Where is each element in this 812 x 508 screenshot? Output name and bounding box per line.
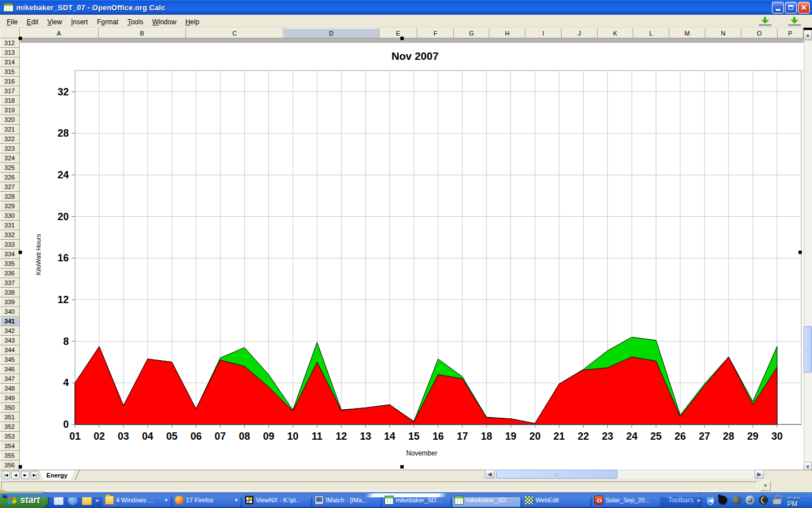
select-all-corner[interactable]	[0, 28, 20, 38]
row-header-345[interactable]: 345	[0, 355, 20, 365]
minimize-button[interactable]	[772, 2, 784, 14]
row-header-354[interactable]: 354	[0, 441, 20, 451]
scroll-up-button[interactable]: ▲	[804, 30, 812, 40]
row-header-353[interactable]: 353	[0, 432, 20, 441]
vertical-scroll-track[interactable]	[804, 40, 812, 462]
row-header-322[interactable]: 322	[0, 134, 20, 144]
row-header-341[interactable]: 341	[0, 317, 20, 326]
camera-icon[interactable]	[745, 496, 754, 505]
lock-icon[interactable]	[773, 498, 782, 505]
column-header-L[interactable]: L	[633, 28, 669, 38]
row-header-329[interactable]: 329	[0, 202, 20, 211]
column-header-I[interactable]: I	[526, 28, 562, 38]
row-header-335[interactable]: 335	[0, 259, 20, 269]
row-header-316[interactable]: 316	[0, 77, 20, 86]
column-header-A[interactable]: A	[20, 28, 99, 38]
row-header-343[interactable]: 343	[0, 336, 20, 345]
vertical-scroll-thumb[interactable]: ≡	[804, 326, 812, 373]
chart-handle-bottom-left[interactable]	[19, 465, 22, 468]
row-header-318[interactable]: 318	[0, 96, 20, 106]
restore-button[interactable]	[785, 2, 797, 14]
column-header-E[interactable]: E	[379, 28, 417, 38]
chart-handle-top-center[interactable]	[400, 37, 404, 40]
embedded-chart[interactable]: 0481216202428320102030405060708091011121…	[20, 43, 804, 470]
row-header-333[interactable]: 333	[0, 240, 20, 249]
dog-icon[interactable]	[718, 496, 727, 505]
column-header-G[interactable]: G	[454, 28, 489, 38]
dock-arrow-icon[interactable]	[788, 16, 801, 26]
chart-handle-mid-left[interactable]	[19, 251, 22, 254]
row-header-355[interactable]: 355	[0, 451, 20, 461]
close-button[interactable]: ✕	[798, 2, 810, 14]
row-header-339[interactable]: 339	[0, 297, 20, 307]
row-header-324[interactable]: 324	[0, 154, 20, 163]
next-sheet-button[interactable]: ▶	[21, 471, 29, 479]
row-header-321[interactable]: 321	[0, 125, 20, 134]
column-header-C[interactable]: C	[186, 28, 284, 38]
moon-icon[interactable]	[759, 496, 768, 505]
row-header-317[interactable]: 317	[0, 86, 20, 96]
row-header-319[interactable]: 319	[0, 106, 20, 115]
row-header-337[interactable]: 337	[0, 278, 20, 288]
chart-handle-mid-right[interactable]	[798, 251, 802, 254]
scroll-left-button[interactable]: ◀	[485, 470, 495, 479]
row-header-325[interactable]: 325	[0, 163, 20, 173]
row-header-338[interactable]: 338	[0, 288, 20, 297]
mail-icon[interactable]	[54, 495, 64, 505]
row-header-350[interactable]: 350	[0, 403, 20, 413]
column-header-B[interactable]: B	[99, 28, 186, 38]
menu-insert[interactable]: Insert	[67, 16, 92, 28]
row-header-344[interactable]: 344	[0, 345, 20, 355]
column-header-P[interactable]: P	[778, 28, 804, 38]
chart-handle-bottom-center[interactable]	[400, 465, 404, 468]
column-header-N[interactable]: N	[705, 28, 742, 38]
row-header-342[interactable]: 342	[0, 326, 20, 336]
column-header-O[interactable]: O	[742, 28, 778, 38]
row-header-328[interactable]: 328	[0, 192, 20, 202]
row-header-352[interactable]: 352	[0, 422, 20, 432]
column-header-D[interactable]: D	[284, 28, 379, 38]
row-header-330[interactable]: 330	[0, 211, 20, 221]
row-header-351[interactable]: 351	[0, 413, 20, 422]
column-header-F[interactable]: F	[417, 28, 454, 38]
row-header-332[interactable]: 332	[0, 230, 20, 240]
row-header-312[interactable]: 312	[0, 38, 20, 48]
row-header-340[interactable]: 340	[0, 307, 20, 317]
menu-help[interactable]: Help	[181, 16, 204, 28]
row-header-334[interactable]: 334	[0, 249, 20, 259]
row-header-349[interactable]: 349	[0, 393, 20, 403]
dock-arrow-icon[interactable]	[759, 16, 771, 26]
menu-format[interactable]: Format	[92, 16, 123, 28]
row-header-315[interactable]: 315	[0, 67, 20, 77]
scroll-right-button[interactable]: ▶	[754, 470, 764, 479]
row-header-346[interactable]: 346	[0, 365, 20, 374]
column-header-J[interactable]: J	[562, 28, 598, 38]
row-header-313[interactable]: 313	[0, 48, 20, 58]
column-header-K[interactable]: K	[598, 28, 633, 38]
sheet-tab-energy[interactable]: Energy	[39, 470, 74, 480]
menu-window[interactable]: Window	[148, 16, 181, 28]
row-header-336[interactable]: 336	[0, 269, 20, 278]
chart-handle-top-left[interactable]	[19, 37, 22, 40]
menu-edit[interactable]: Edit	[22, 16, 43, 28]
column-header-H[interactable]: H	[489, 28, 526, 38]
row-header-331[interactable]: 331	[0, 221, 20, 230]
last-sheet-button[interactable]: ▶|	[30, 471, 39, 479]
row-header-348[interactable]: 348	[0, 384, 20, 393]
row-header-314[interactable]: 314	[0, 58, 20, 67]
menu-view[interactable]: View	[43, 16, 67, 28]
row-header-347[interactable]: 347	[0, 374, 20, 384]
quick-launch-chevron-icon[interactable]: »	[96, 497, 99, 503]
row-header-323[interactable]: 323	[0, 144, 20, 154]
horizontal-scroll-thumb[interactable]: |||	[496, 470, 617, 479]
row-header-320[interactable]: 320	[0, 115, 20, 125]
row-header-327[interactable]: 327	[0, 182, 20, 192]
row-header-356[interactable]: 356	[0, 461, 20, 470]
menu-tools[interactable]: Tools	[123, 16, 148, 28]
column-header-M[interactable]: M	[669, 28, 705, 38]
row-header-326[interactable]: 326	[0, 173, 20, 182]
previous-sheet-button[interactable]: ◀	[11, 471, 20, 479]
first-sheet-button[interactable]: |◀	[2, 471, 10, 479]
menu-file[interactable]: File	[2, 16, 22, 28]
globe-icon[interactable]	[732, 496, 741, 505]
